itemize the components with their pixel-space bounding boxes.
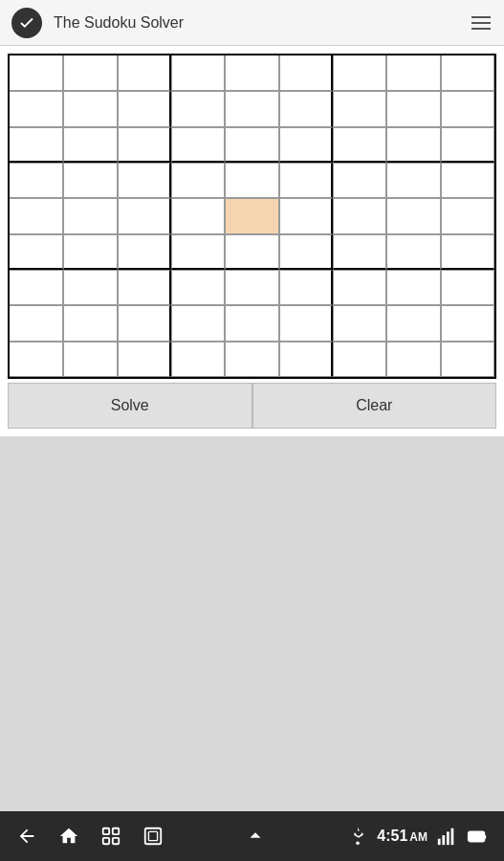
svg-rect-7	[438, 839, 441, 845]
cell[interactable]	[279, 91, 333, 126]
up-arrow-icon[interactable]	[244, 825, 267, 848]
cell[interactable]	[386, 198, 440, 233]
cell[interactable]	[386, 55, 440, 91]
cell[interactable]	[333, 127, 386, 163]
cell[interactable]	[333, 163, 386, 198]
svg-rect-12	[471, 833, 482, 839]
cell[interactable]	[171, 342, 225, 377]
cell[interactable]	[171, 127, 225, 163]
cell[interactable]	[441, 342, 494, 377]
cell[interactable]	[386, 163, 440, 198]
cell[interactable]	[63, 163, 117, 198]
cell[interactable]	[225, 234, 278, 270]
cell[interactable]	[10, 163, 63, 198]
cell[interactable]	[171, 234, 225, 270]
recents-icon[interactable]	[99, 825, 122, 848]
cell[interactable]	[63, 234, 117, 270]
sudoku-grid[interactable]	[8, 54, 496, 379]
cell[interactable]	[386, 91, 440, 126]
app-logo-icon	[11, 8, 42, 38]
cell[interactable]	[386, 305, 440, 341]
main-content: Solve Clear	[0, 46, 504, 436]
cell[interactable]	[118, 270, 171, 305]
cell[interactable]	[441, 234, 494, 270]
cell[interactable]	[333, 234, 386, 270]
cell[interactable]	[10, 342, 63, 377]
home-icon[interactable]	[57, 825, 80, 848]
svg-rect-1	[113, 828, 119, 834]
cell[interactable]	[441, 127, 494, 163]
cell[interactable]	[118, 342, 171, 377]
cell[interactable]	[386, 234, 440, 270]
cell[interactable]	[386, 270, 440, 305]
cell[interactable]	[10, 91, 63, 126]
cell[interactable]	[225, 305, 278, 341]
gray-area	[0, 436, 504, 811]
back-icon[interactable]	[15, 825, 38, 848]
clear-button[interactable]: Clear	[252, 383, 497, 429]
cell[interactable]	[171, 270, 225, 305]
cell[interactable]	[63, 55, 117, 91]
cell[interactable]	[279, 198, 333, 233]
cell[interactable]	[171, 198, 225, 233]
cell[interactable]	[118, 305, 171, 341]
cell[interactable]	[10, 198, 63, 233]
cell[interactable]	[441, 91, 494, 126]
cell[interactable]	[225, 55, 278, 91]
cell[interactable]	[10, 234, 63, 270]
cell[interactable]	[333, 198, 386, 233]
cell[interactable]	[10, 305, 63, 341]
cell[interactable]	[333, 91, 386, 126]
cell[interactable]	[386, 342, 440, 377]
cell[interactable]	[63, 198, 117, 233]
cell[interactable]	[118, 55, 171, 91]
cell[interactable]	[118, 198, 171, 233]
cell[interactable]	[10, 55, 63, 91]
cell[interactable]	[10, 270, 63, 305]
cell[interactable]	[118, 91, 171, 126]
cell[interactable]	[279, 163, 333, 198]
cell[interactable]	[386, 127, 440, 163]
cell[interactable]	[279, 127, 333, 163]
cell[interactable]	[10, 127, 63, 163]
cell[interactable]	[63, 342, 117, 377]
cell[interactable]	[225, 127, 278, 163]
cell[interactable]	[279, 305, 333, 341]
cell[interactable]	[441, 305, 494, 341]
svg-rect-4	[145, 828, 162, 845]
cell[interactable]	[333, 342, 386, 377]
signal-icon	[435, 825, 458, 848]
menu-icon[interactable]	[470, 11, 493, 34]
cell[interactable]	[441, 270, 494, 305]
cell[interactable]	[118, 127, 171, 163]
cell[interactable]	[63, 91, 117, 126]
cell[interactable]	[118, 163, 171, 198]
cell[interactable]	[441, 198, 494, 233]
screenshot-icon[interactable]	[142, 825, 164, 848]
cell[interactable]	[63, 127, 117, 163]
cell[interactable]	[279, 270, 333, 305]
cell[interactable]	[225, 270, 278, 305]
cell[interactable]	[225, 342, 278, 377]
cell[interactable]	[225, 91, 278, 126]
solve-button[interactable]: Solve	[8, 383, 252, 429]
cell[interactable]	[118, 234, 171, 270]
cell[interactable]	[279, 342, 333, 377]
cell[interactable]	[171, 305, 225, 341]
cell[interactable]	[441, 55, 494, 91]
buttons-row: Solve Clear	[8, 383, 496, 429]
cell[interactable]	[171, 91, 225, 126]
cell[interactable]	[63, 305, 117, 341]
cell[interactable]	[333, 55, 386, 91]
cell[interactable]	[441, 163, 494, 198]
cell[interactable]	[333, 270, 386, 305]
cell[interactable]	[225, 163, 278, 198]
cell[interactable]	[63, 270, 117, 305]
cell[interactable]	[333, 305, 386, 341]
cell[interactable]	[171, 163, 225, 198]
cell[interactable]	[171, 55, 225, 91]
cell[interactable]	[279, 55, 333, 91]
cell[interactable]	[279, 234, 333, 270]
nav-center	[244, 825, 267, 848]
cell[interactable]	[225, 198, 278, 233]
